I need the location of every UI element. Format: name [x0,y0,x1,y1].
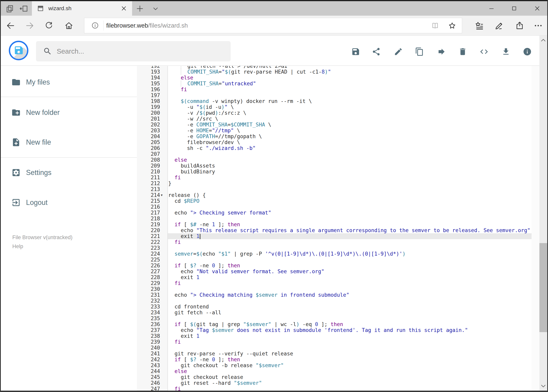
code-line-236[interactable]: 236 if [ $(git tag | grep "$semver" | wc… [137,321,532,327]
code-line-217[interactable]: 217 echo "> Checking semver format" [137,210,532,216]
code-line-195[interactable]: 195 COMMIT_SHA="untracked" [137,81,532,86]
code-line-245[interactable]: 245 git checkout release [137,374,532,380]
code-line-198[interactable]: 198 $(command -v winpty) docker run --rm… [137,98,532,104]
code-line-241[interactable]: 241 git rev-parse --verify --quiet relea… [137,351,532,357]
code-line-204[interactable]: 204 -e GOPATH=//tmp/gopath \ [137,133,532,139]
code-line-218[interactable]: 218 [137,216,532,222]
code-line-199[interactable]: 199 -u "$(id -u)" \ [137,104,532,110]
code-view-button[interactable] [478,45,490,58]
code-line-226[interactable]: 226 if [ $? -ne 0 ]; then [137,263,532,268]
code-line-193[interactable]: 193 COMMIT_SHA="$(git rev-parse HEAD | c… [137,69,532,75]
code-line-237[interactable]: 237 echo "Tag $semver does not exist in … [137,327,532,333]
code-line-232[interactable]: 232 [137,298,532,304]
code-line-243[interactable]: 243 git checkout -b release "$semver" [137,363,532,368]
web-notes-pen-icon[interactable] [495,21,504,30]
code-line-240[interactable]: 240 [137,345,532,351]
code-line-213[interactable]: 213 [137,186,532,192]
move-button[interactable] [435,45,448,58]
code-line-220[interactable]: 220 echo "This release script requires a… [137,227,532,233]
code-line-231[interactable]: 231 echo "> Checking matching $semver in… [137,292,532,298]
code-line-208[interactable]: 208 else [137,157,532,163]
code-line-194[interactable]: 194 else [137,75,532,81]
url-field[interactable]: filebrowser.web/files/wizard.sh [84,18,462,33]
favorites-hub-icon[interactable] [475,21,484,30]
code-line-205[interactable]: 205 filebrowser/dev \ [137,139,532,145]
forward-button[interactable] [25,21,34,30]
info-button[interactable] [521,45,534,58]
code-line-242[interactable]: 242 if [ $? -ne 0 ]; then [137,357,532,363]
maximize-button[interactable] [505,1,523,16]
sidebar-item-new-folder[interactable]: New folder [1,103,138,122]
code-line-196[interactable]: 196 fi [137,86,532,92]
code-line-224[interactable]: 224 semver=$(echo "$1" | grep -P '^v(0|[… [137,251,532,257]
tab-preview-button[interactable] [6,4,14,13]
copy-button[interactable] [413,45,426,58]
code-line-234[interactable]: 234 git fetch --all [137,310,532,315]
code-line-214[interactable]: 214▾release () { [137,192,532,198]
code-line-207[interactable]: 207 [137,151,532,157]
more-options-icon[interactable] [534,21,543,30]
code-line-219[interactable]: 219 if [ $# -ne 1 ]; then [137,222,532,227]
favorite-star-icon[interactable] [448,21,457,30]
scroll-up-icon[interactable] [540,37,547,43]
search-bar[interactable] [36,41,231,62]
back-button[interactable] [6,21,15,30]
sidebar-item-new-file[interactable]: New file [1,133,138,152]
page-scrollbar[interactable] [539,36,547,391]
code-line-233[interactable]: 233 cd frontend [137,304,532,310]
sidebar-item-logout[interactable]: Logout [1,193,138,212]
code-line-221[interactable]: 221 exit 1 [137,233,532,239]
code-line-229[interactable]: 229 fi [137,280,532,286]
search-input[interactable] [56,41,225,62]
code-editor[interactable]: 192 git fetch --all > /dev/null 2>&1193 … [137,66,532,392]
download-button[interactable] [500,45,512,58]
code-line-201[interactable]: 201 -w //src \ [137,116,532,122]
code-line-230[interactable]: 230 [137,286,532,292]
filebrowser-logo[interactable] [9,41,28,60]
fold-arrow-icon[interactable]: ▾ [160,192,168,198]
code-line-192[interactable]: 192 git fetch --all > /dev/null 2>&1 [137,66,532,69]
tab-list-chevron-icon[interactable] [152,5,159,13]
code-line-203[interactable]: 203 -e HOME="//tmp" \ [137,128,532,133]
save-button[interactable] [349,45,362,58]
code-line-206[interactable]: 206 sh -c "./wizard.sh -b" [137,145,532,151]
code-line-200[interactable]: 200 -v /$(pwd):/src:z \ [137,110,532,116]
help-link[interactable]: Help [12,244,23,250]
code-line-246[interactable]: 246 git reset --hard "$semver" [137,380,532,386]
set-tabs-aside-button[interactable] [19,4,28,13]
code-line-211[interactable]: 211 fi [137,175,532,181]
code-line-235[interactable]: 235 [137,315,532,321]
share-button[interactable] [370,45,382,58]
sidebar-item-settings[interactable]: Settings [1,163,138,182]
code-line-202[interactable]: 202 -e COMMIT_SHA=$COMMIT_SHA \ [137,122,532,128]
scroll-down-icon[interactable] [540,383,547,389]
code-line-227[interactable]: 227 echo "Not valid semver format. See s… [137,268,532,274]
code-line-216[interactable]: 216 [137,204,532,210]
home-button[interactable] [64,21,73,30]
share-page-icon[interactable] [515,21,524,30]
tab-close-icon[interactable] [120,5,127,12]
code-line-197[interactable]: 197 [137,92,532,98]
code-line-238[interactable]: 238 exit 1 [137,333,532,339]
browser-tab[interactable]: wizard.sh [32,1,132,16]
code-line-210[interactable]: 210 buildBinary [137,169,532,175]
code-line-212[interactable]: 212} [137,181,532,186]
close-button[interactable] [528,1,546,16]
code-line-222[interactable]: 222 fi [137,239,532,245]
code-line-215[interactable]: 215 cd $REPO [137,198,532,204]
scrollbar-thumb[interactable] [539,243,547,332]
reading-view-icon[interactable] [431,21,439,30]
new-tab-button[interactable] [136,5,144,13]
code-line-244[interactable]: 244 else [137,368,532,374]
minimize-button[interactable] [483,1,500,16]
site-info-icon[interactable] [91,21,99,29]
code-line-228[interactable]: 228 exit 1 [137,274,532,280]
code-line-239[interactable]: 239 fi [137,339,532,345]
code-line-209[interactable]: 209 buildAssets [137,163,532,169]
refresh-button[interactable] [44,21,53,30]
code-line-225[interactable]: 225 [137,257,532,263]
delete-button[interactable] [457,45,469,58]
sidebar-item-my-files[interactable]: My files [1,73,138,91]
code-line-223[interactable]: 223 [137,245,532,251]
rename-button[interactable] [392,45,405,58]
